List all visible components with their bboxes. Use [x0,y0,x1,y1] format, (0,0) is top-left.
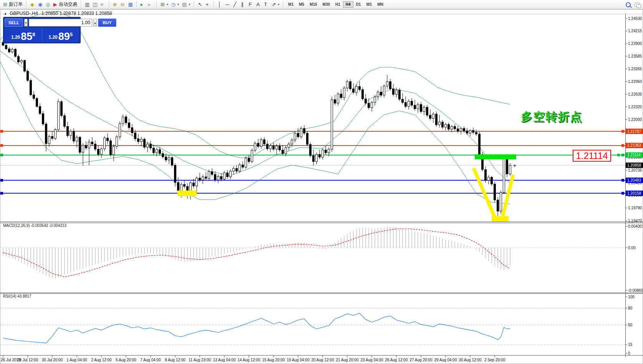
market-watch-button[interactable]: ◆ [29,1,36,8]
templates-button[interactable]: ▤▾ [181,1,192,8]
sell-button[interactable]: SELL [5,18,23,27]
svg-text:1.19790: 1.19790 [628,206,642,210]
time-axis-label: 29 Jul 12:00 [17,358,38,362]
vertical-line-button[interactable]: │ [216,1,224,8]
price-callout-box[interactable]: 1.21114 [573,150,611,162]
pivot-annotation-text[interactable]: 多空转折点 [521,109,582,125]
crosshair-icon: + [205,2,209,7]
vertical-line-icon: │ [218,2,221,7]
svg-text:1.22635: 1.22635 [628,92,642,96]
chat-icon[interactable] [635,3,640,7]
timeframe-m5-button[interactable]: M5 [296,1,307,8]
svg-text:50: 50 [628,323,633,327]
bar-chart-button[interactable]: ▥ [83,1,91,8]
timeframe-h4-button[interactable]: H4 [343,1,353,8]
svg-text:0: 0 [628,351,630,356]
text-icon: A [256,2,260,7]
timeframe-mn-button[interactable]: MN [375,1,386,8]
svg-text:1.21114: 1.21114 [627,153,641,157]
rsi-indicator-label: RSI(14) 43.8817 [3,294,31,298]
chart-canvas[interactable]: 1.245301.242151.239001.235851.232651.229… [0,0,643,364]
zoom-out-button[interactable]: ⊖ [119,1,127,8]
horizontal-line-icon: ─ [225,2,229,7]
channel-button[interactable]: ∥ [239,1,247,8]
signals-icon: ◎ [46,2,50,7]
volume-input[interactable] [29,19,92,26]
svg-text:0.00: 0.00 [628,246,636,250]
arrows-button[interactable]: ⇗▾ [270,1,281,8]
svg-text:80: 80 [628,306,633,310]
buy-price[interactable]: 1.20 89 5 [42,28,80,42]
svg-text:-0.008651: -0.008651 [628,288,643,293]
time-axis-label: 13 Aug 04:00 [213,358,236,362]
buy-button[interactable]: BUY [98,18,116,27]
timeframe-m15-button[interactable]: M15 [307,1,320,8]
collapse-triangle-icon[interactable]: ▲ [4,12,7,15]
chevron-down-icon: ▾ [167,3,168,6]
crosshair-button[interactable]: + [204,1,212,8]
chevron-down-icon: ▾ [177,3,179,6]
macd-indicator-label: MACD(12,26,9) -0.003542 -0.004213 [3,223,66,228]
text-button[interactable]: A [255,1,262,8]
time-axis-label: 29 Aug 04:00 [434,358,457,362]
time-axis-label: 23 Aug 04:00 [361,358,383,362]
search-icon[interactable] [626,2,631,7]
trendline-button[interactable]: ╱ [232,1,239,8]
svg-text:1.21707: 1.21707 [627,129,641,134]
cursor-icon: ↖ [198,2,202,7]
timeframe-m30-button[interactable]: M30 [320,1,333,8]
channel-icon: ∥ [241,2,244,7]
time-axis-label: 2 Sep 20:00 [484,358,505,362]
fibonacci-button[interactable]: F [247,1,255,8]
volume-decrease-button[interactable]: ▼ [24,19,28,26]
svg-text:1.19470: 1.19470 [628,219,642,223]
svg-text:1.22320: 1.22320 [628,105,642,109]
svg-text:1.24530: 1.24530 [628,17,642,21]
svg-text:1.20483: 1.20483 [627,178,641,182]
timeframe-d1-button[interactable]: D1 [353,1,364,8]
time-axis-label: 30 Aug 12:00 [459,358,482,362]
sell-price[interactable]: 1.20 85 8 [5,28,42,42]
svg-text:1.24215: 1.24215 [628,29,642,33]
time-axis-label: 19 Aug 04:00 [287,358,310,362]
svg-text:1.22950: 1.22950 [628,79,642,84]
arrows-icon: ⇗ [272,2,276,7]
svg-text:1.22000: 1.22000 [628,117,642,122]
svg-text:100: 100 [628,295,635,299]
zoom-in-button[interactable]: ⊕ [111,1,119,8]
cursor-button[interactable]: ↖ [196,1,204,8]
chart-shift-button[interactable]: ▹ [147,1,154,8]
svg-text:1.21353: 1.21353 [627,143,641,147]
chart-symbol: GBPUSD-,H4 [10,11,38,16]
candlestick-chart-button[interactable]: ◫ [91,1,99,8]
time-axis-label: 8 Aug 12:00 [165,358,186,362]
navigator-button[interactable]: ◉ [36,1,44,8]
text-label-icon: T [264,2,267,7]
main-toolbar: ⊞新订单◆◉◎▶自动交易▥◫≈⊕⊖▦▸▹⊞▾◷▾▤▾↖+│─╱∥FAT⇗▾ M1… [0,0,643,9]
svg-text:1.20735: 1.20735 [628,168,642,172]
timeframe-w1-button[interactable]: W1 [363,1,375,8]
volume-increase-button[interactable]: ▲ [93,19,97,26]
signals-button[interactable]: ◎ [44,1,52,8]
time-axis-label: 11 Aug 23:00 [189,358,211,362]
time-axis-label: 5 Aug 20:00 [116,358,136,362]
timeframe-m1-button[interactable]: M1 [285,1,296,8]
horizontal-line-button[interactable]: ─ [224,1,232,8]
line-chart-button[interactable]: ≈ [99,1,107,8]
new-order-button[interactable]: ⊞新订单 [2,1,24,8]
profiles-icon: ◷ [171,2,176,7]
auto-trading-icon: ▶ [53,2,57,7]
auto-scroll-icon: ▸ [141,2,143,7]
time-axis-label: 14 Aug 12:00 [238,358,260,362]
tile-windows-button[interactable]: ▦ [127,1,134,8]
timeframe-h1-button[interactable]: H1 [333,1,343,8]
auto-scroll-button[interactable]: ▸ [139,1,147,8]
text-label-button[interactable]: T [262,1,270,8]
auto-trading-button[interactable]: ▶自动交易 [52,1,79,8]
svg-text:1.23900: 1.23900 [628,41,642,46]
profiles-button[interactable]: ◷▾ [170,1,181,8]
chart-title: ▲ GBPUSD-,H4 1.20850 1.20878 1.20833 1.2… [4,11,112,16]
chart-ohlc: 1.20850 1.20878 1.20833 1.20858 [41,11,112,16]
new-chart-button[interactable]: ⊞▾ [159,1,170,8]
time-axis-label: 7 Aug 04:00 [140,358,161,362]
